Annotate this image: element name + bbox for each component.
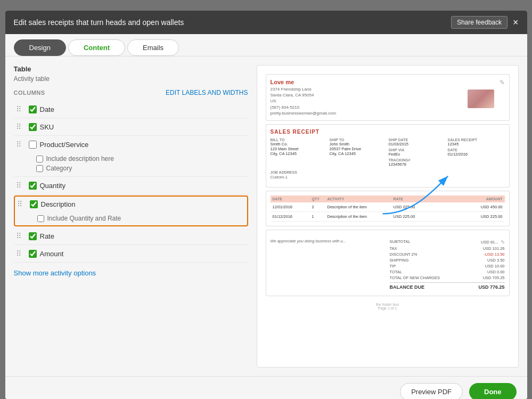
modal: Edit sales receipts that turn heads and … — [5, 11, 527, 399]
checkbox-amount[interactable]: Amount — [29, 250, 64, 258]
drag-handle-sku[interactable]: ⠿ — [16, 123, 24, 131]
checkbox-product-input[interactable] — [29, 141, 37, 149]
edit-labels-link[interactable]: EDIT LABELS AND WIDTHS — [166, 89, 248, 96]
show-more-link[interactable]: Show more activity options — [14, 269, 96, 277]
drag-handle-product[interactable]: ⠿ — [16, 140, 24, 149]
modal-title: Edit sales receipts that turn heads and … — [14, 18, 184, 27]
activity-table-label: Activity table — [14, 75, 248, 83]
ship-date-section: SHIP DATE 01/03/2015 SHIP VIA FedEx TRAC… — [389, 138, 446, 167]
receipt-title: SALES RECEIPT — [271, 129, 505, 135]
product-sub-options: Include description here Category — [36, 155, 114, 172]
receipt-company-name: Love me — [271, 79, 505, 85]
receipt-message: We appreciate you doing business with u.… — [271, 239, 386, 291]
checkbox-rate-input[interactable] — [29, 232, 37, 240]
sub-option-description-label: Include description here — [46, 155, 114, 162]
checkbox-product-label: Product/Service — [40, 141, 89, 149]
modal-body: Table Activity table COLUMNS EDIT LABELS… — [5, 56, 527, 376]
checkbox-description[interactable]: Description — [30, 200, 76, 208]
checkbox-date-input[interactable] — [29, 105, 37, 113]
table-row: 12/01/2016 2 Description of the item USD… — [271, 202, 505, 212]
column-row-sku: ⠿ SKU — [14, 118, 248, 136]
column-row-product: ⠿ Product/Service Include description he… — [14, 136, 248, 177]
sub-option-qty-rate[interactable]: Include Quantity and Rate — [37, 215, 121, 222]
tab-content[interactable]: Content — [68, 39, 125, 56]
column-row-quantity: ⠿ Quantity — [14, 177, 248, 194]
tabs-bar: Design Content Emails — [5, 34, 527, 56]
checkbox-quantity-input[interactable] — [29, 182, 37, 190]
receipt-footer-grid: We appreciate you doing business with u.… — [271, 239, 505, 291]
drag-handle-description[interactable]: ⠿ — [17, 200, 26, 208]
receipt-num-section: SALES RECEIPT 12345 DATE 01/12/2016 — [448, 138, 505, 167]
receipt-table-section: DATE QTY ACTIVITY RATE AMOUNT 12/01/2016… — [266, 191, 510, 226]
sub-option-qty-rate-input[interactable] — [37, 215, 44, 222]
tab-emails[interactable]: Emails — [127, 39, 179, 56]
receipt-totals-section: We appreciate you doing business with u.… — [266, 230, 510, 296]
balance-due-row: BALANCE DUE USD 776.25 — [390, 282, 505, 291]
preview-pdf-button[interactable]: Preview PDF — [400, 383, 463, 399]
columns-header: COLUMNS EDIT LABELS AND WIDTHS — [14, 89, 248, 96]
shipping-row: SHIPPING USD 3.50 — [390, 257, 505, 263]
right-panel: ✎ Love me 2374 Friendship Lane Santa Cla… — [257, 65, 519, 368]
checkbox-date[interactable]: Date — [29, 105, 54, 113]
checkbox-amount-input[interactable] — [29, 250, 37, 258]
modal-header: Edit sales receipts that turn heads and … — [5, 11, 527, 34]
table-header: DATE QTY ACTIVITY RATE AMOUNT — [271, 196, 505, 202]
job-address: JOB ADDRESS Custom-1 — [271, 170, 505, 180]
sub-option-category-label: Category — [46, 165, 72, 172]
checkbox-rate-label: Rate — [40, 232, 54, 240]
sub-option-description[interactable]: Include description here — [36, 155, 114, 162]
subtotal-row: SUBTOTAL USD 81... ✎ — [390, 239, 505, 246]
checkbox-product[interactable]: Product/Service — [29, 141, 89, 149]
receipt-preview: ✎ Love me 2374 Friendship Lane Santa Cla… — [266, 74, 510, 310]
checkbox-quantity[interactable]: Quantity — [29, 182, 66, 190]
edit-icon-subtotal[interactable]: ✎ — [501, 239, 505, 245]
ship-to-section: SHIP TO John Smith 20537 Palm Drive City… — [330, 138, 387, 167]
checkbox-amount-label: Amount — [40, 250, 64, 258]
sub-option-category-input[interactable] — [36, 165, 43, 172]
drag-handle-amount[interactable]: ⠿ — [16, 249, 24, 258]
checkbox-description-label: Description — [41, 200, 76, 208]
checkbox-sku[interactable]: SKU — [29, 123, 54, 131]
modal-overlay: Edit sales receipts that turn heads and … — [0, 0, 532, 399]
table-row: 01/12/2016 1 Description of the item USD… — [271, 212, 505, 222]
sub-option-description-input[interactable] — [36, 156, 43, 162]
column-row-description: ⠿ Description Include Quantity and Rate — [14, 196, 248, 226]
receipt-footer: the footer boo Page 1 of 1 — [266, 303, 510, 310]
sub-option-qty-rate-label: Include Quantity and Rate — [47, 215, 121, 222]
tab-design[interactable]: Design — [14, 39, 66, 56]
columns-label: COLUMNS — [14, 89, 45, 96]
done-button[interactable]: Done — [469, 383, 517, 399]
receipt-info-grid: BILL TO Smith Co. 123 Main Street City, … — [271, 138, 505, 167]
column-row-amount: ⠿ Amount — [14, 245, 248, 263]
checkbox-sku-label: SKU — [40, 123, 54, 131]
modal-footer: Preview PDF Done — [5, 376, 527, 399]
discount-row: DISCOUNT 2% -USD 13.50 — [390, 251, 505, 257]
sub-option-category[interactable]: Category — [36, 165, 114, 172]
checkbox-rate[interactable]: Rate — [29, 232, 54, 240]
new-charges-row: TOTAL OF NEW CHARGES USD 705.25 — [390, 275, 505, 281]
receipt-header-section: ✎ Love me 2374 Friendship Lane Santa Cla… — [266, 74, 510, 121]
drag-handle-quantity[interactable]: ⠿ — [16, 181, 24, 190]
checkbox-sku-input[interactable] — [29, 123, 37, 131]
table-label: Table — [14, 65, 248, 73]
bill-to-section: BILL TO Smith Co. 123 Main Street City, … — [271, 138, 328, 167]
share-feedback-button[interactable]: Share feedback — [451, 16, 508, 29]
header-actions: Share feedback × — [451, 16, 519, 29]
checkbox-quantity-label: Quantity — [40, 182, 66, 190]
total-row: TOTAL USD 0.00 — [390, 269, 505, 275]
description-sub-options: Include Quantity and Rate — [37, 215, 121, 222]
column-row-rate: ⠿ Rate — [14, 227, 248, 245]
checkbox-description-input[interactable] — [30, 200, 38, 208]
close-button[interactable]: × — [513, 18, 519, 27]
totals-section: SUBTOTAL USD 81... ✎ TAX USD 101.26 — [390, 239, 505, 291]
tax-row: TAX USD 101.26 — [390, 246, 505, 251]
checkbox-date-label: Date — [40, 105, 54, 113]
edit-icon-header[interactable]: ✎ — [500, 79, 505, 86]
drag-handle-rate[interactable]: ⠿ — [16, 232, 24, 240]
tip-row: TIP USD 10.00 — [390, 263, 505, 269]
column-row-date: ⠿ Date — [14, 101, 248, 118]
receipt-info-section: SALES RECEIPT BILL TO Smith Co. 123 Main… — [266, 124, 510, 188]
receipt-logo — [468, 89, 494, 108]
left-panel: Table Activity table COLUMNS EDIT LABELS… — [14, 65, 248, 368]
drag-handle-date[interactable]: ⠿ — [16, 105, 24, 113]
